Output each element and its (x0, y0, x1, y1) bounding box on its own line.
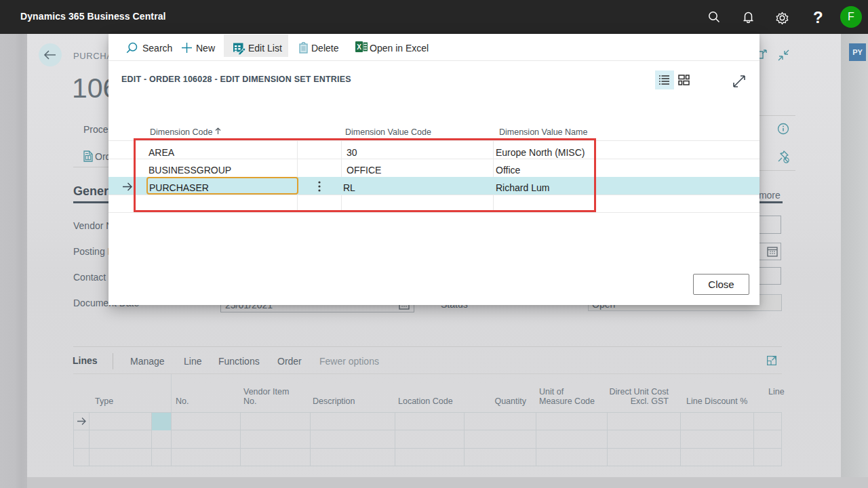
svg-text:X: X (357, 43, 361, 51)
